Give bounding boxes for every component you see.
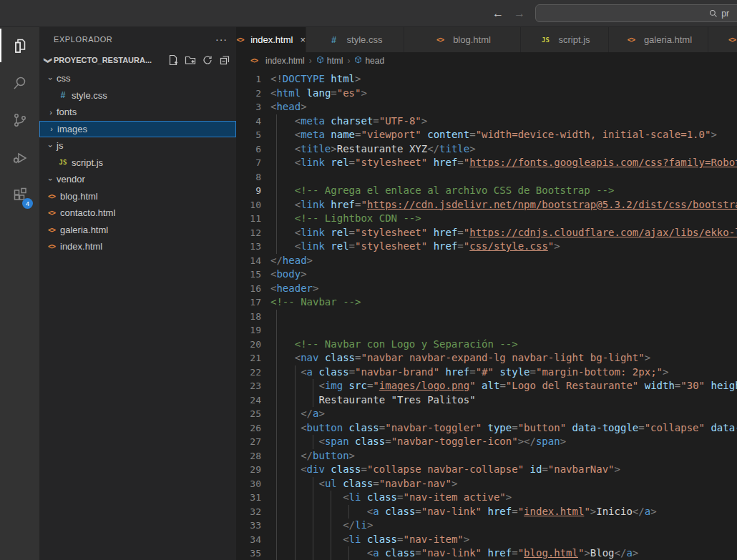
tab-script.js[interactable]: JSscript.js	[521, 27, 609, 52]
code-line-8[interactable]: 8	[236, 170, 737, 185]
indent-guide	[295, 491, 296, 505]
tab-blog.html[interactable]: <>blog.html	[404, 27, 521, 52]
line-content: </li>	[270, 519, 373, 533]
activity-extensions[interactable]: 4	[0, 176, 39, 213]
project-root-row[interactable]: ❯ PROYECTO_RESTAURA...	[39, 51, 236, 69]
code-line-34[interactable]: 34 <li class="nav-item">	[236, 533, 737, 547]
back-arrow-icon[interactable]: ←	[492, 7, 504, 20]
line-number: 14	[236, 254, 261, 268]
breadcrumb-item-html[interactable]: html	[316, 56, 343, 66]
line-number: 17	[236, 295, 261, 310]
indent-guide	[295, 365, 296, 380]
indent-guide	[276, 491, 277, 505]
code-line-26[interactable]: 26 <button class="navbar-toggler" type="…	[236, 421, 737, 436]
file-index-html[interactable]: <>index.html	[39, 238, 236, 255]
indent-guide	[313, 519, 313, 533]
chevron-down-icon: ›	[47, 73, 55, 84]
line-number: 25	[236, 407, 261, 421]
file-galeria-html[interactable]: <>galeria.html	[39, 222, 236, 239]
forward-arrow-icon: →	[514, 7, 525, 20]
code-line-32[interactable]: 32 <a class="nav-link" href="index.html"…	[236, 505, 737, 519]
close-icon[interactable]: ×	[300, 34, 306, 45]
code-line-9[interactable]: 9 <!-- Agrega el enlace al archivo CSS d…	[236, 184, 737, 198]
code-line-6[interactable]: 6 <title>Restaurante XYZ</title>	[236, 142, 737, 157]
code-line-10[interactable]: 10 <link href="https://cdn.jsdelivr.net/…	[236, 198, 737, 212]
source-control-icon	[11, 112, 29, 129]
code-line-28[interactable]: 28 </button>	[236, 449, 737, 463]
html-file-icon: <>	[45, 209, 58, 217]
line-number: 15	[236, 267, 261, 282]
code-line-1[interactable]: 1<!DOCTYPE html>	[236, 72, 737, 87]
line-number: 4	[236, 114, 261, 129]
code-line-20[interactable]: 20 <!-- Navbar con Logo y Separación -->	[236, 338, 737, 352]
code-line-25[interactable]: 25 </a>	[236, 407, 737, 421]
folder-vendor[interactable]: ›vendor	[39, 171, 236, 188]
activity-search[interactable]	[0, 64, 39, 102]
activity-run-debug[interactable]	[0, 139, 39, 176]
activity-source-control[interactable]	[0, 102, 39, 139]
breadcrumb-label: head	[365, 56, 384, 66]
code-line-12[interactable]: 12 <link rel="stylesheet" href="https://…	[236, 226, 737, 240]
code-line-22[interactable]: 22 <a class="navbar-brand" href="#" styl…	[236, 365, 737, 380]
code-line-11[interactable]: 11 <!-- Lightbox CDN -->	[236, 212, 737, 226]
line-number: 11	[236, 212, 261, 226]
code-line-23[interactable]: 23 <img src="images/logo.png" alt="Logo …	[236, 379, 737, 393]
folder-images[interactable]: ›images	[39, 121, 236, 138]
file-style-css[interactable]: #style.css	[39, 87, 236, 104]
breadcrumb-item-index.html[interactable]: <>index.html	[248, 56, 305, 66]
more-actions-icon[interactable]: ···	[215, 34, 228, 45]
code-line-19[interactable]: 19	[236, 323, 737, 338]
new-file-icon[interactable]	[167, 54, 179, 66]
code-line-18[interactable]: 18	[236, 310, 737, 324]
folder-css[interactable]: ›css	[39, 70, 236, 87]
tree-item-label: style.css	[72, 90, 107, 101]
line-content: <button class="navbar-toggler" type="but…	[270, 421, 737, 436]
tab-style.css[interactable]: #style.css	[306, 27, 404, 52]
code-line-17[interactable]: 17<!-- Navbar -->	[236, 295, 737, 310]
indent-guide	[276, 226, 277, 240]
folder-fonts[interactable]: ›fonts	[39, 104, 236, 121]
indent-guide	[276, 449, 277, 463]
line-content: Restaurante "Tres Palitos"	[270, 393, 476, 408]
code-line-30[interactable]: 30 <ul class="navbar-nav">	[236, 477, 737, 491]
code-line-4[interactable]: 4 <meta charset="UTF-8">	[236, 114, 737, 129]
command-center-search[interactable]: pr	[535, 4, 737, 22]
indent-guide	[276, 505, 277, 519]
code-line-14[interactable]: 14</head>	[236, 254, 737, 268]
breadcrumb-item-head[interactable]: head	[354, 56, 384, 66]
collapse-all-icon[interactable]	[219, 54, 230, 66]
code-line-3[interactable]: 3<head>	[236, 100, 737, 114]
code-line-29[interactable]: 29 <div class="collapse navbar-collapse"…	[236, 463, 737, 477]
folder-js[interactable]: ›js	[39, 137, 236, 154]
line-content: <link rel="stylesheet" href="css/style.c…	[270, 240, 560, 254]
code-line-13[interactable]: 13 <link rel="stylesheet" href="css/styl…	[236, 240, 737, 254]
line-number: 19	[236, 323, 261, 338]
breadcrumb-label: index.html	[265, 56, 305, 66]
tab-galeria.html[interactable]: <>galeria.html	[609, 27, 708, 52]
tab-partial[interactable]: <>	[708, 27, 737, 52]
indent-guide	[295, 533, 296, 547]
indent-guide	[295, 546, 296, 560]
code-line-7[interactable]: 7 <link rel="stylesheet" href="https://f…	[236, 156, 737, 170]
code-line-27[interactable]: 27 <span class="navbar-toggler-icon"></s…	[236, 435, 737, 449]
file-contacto-html[interactable]: <>contacto.html	[39, 205, 236, 222]
code-line-31[interactable]: 31 <li class="nav-item active">	[236, 491, 737, 505]
code-editor[interactable]: 1<!DOCTYPE html>2<html lang="es">3<head>…	[236, 69, 737, 560]
activity-explorer[interactable]	[0, 27, 39, 64]
code-line-35[interactable]: 35 <a class="nav-link" href="blog.html">…	[236, 546, 737, 560]
code-line-24[interactable]: 24 Restaurante "Tres Palitos"	[236, 393, 737, 408]
file-script-js[interactable]: JSscript.js	[39, 154, 236, 172]
file-blog-html[interactable]: <>blog.html	[39, 188, 236, 205]
code-line-21[interactable]: 21 <nav class="navbar navbar-expand-lg n…	[236, 351, 737, 365]
code-line-16[interactable]: 16<header>	[236, 282, 737, 296]
tab-index.html[interactable]: <>index.html×	[236, 27, 306, 52]
code-line-5[interactable]: 5 <meta name="viewport" content="width=d…	[236, 128, 737, 142]
run-debug-icon	[11, 149, 29, 166]
code-line-15[interactable]: 15<body>	[236, 267, 737, 282]
tree-item-label: galeria.html	[60, 225, 108, 235]
code-line-33[interactable]: 33 </li>	[236, 519, 737, 533]
new-folder-icon[interactable]	[185, 54, 196, 66]
code-line-2[interactable]: 2<html lang="es">	[236, 87, 737, 101]
indent-guide	[313, 477, 313, 491]
refresh-icon[interactable]	[202, 54, 213, 66]
